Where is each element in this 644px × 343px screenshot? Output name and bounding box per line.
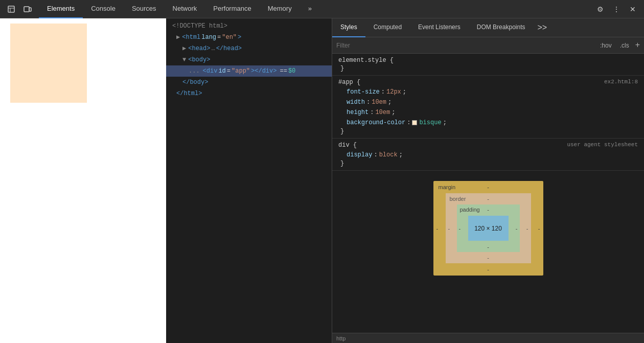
add-style-button[interactable]: + <box>635 41 640 50</box>
svg-rect-0 <box>8 6 14 12</box>
tab-dom-breakpoints[interactable]: DOM Breakpoints <box>469 18 534 37</box>
tab-performance[interactable]: Performance <box>205 0 259 18</box>
cls-button[interactable]: .cls <box>618 41 631 50</box>
filter-bar: :hov .cls + <box>332 37 644 54</box>
border-right-dash: - <box>526 225 528 232</box>
devtools-main: <!DOCTYPE html> ▶ <html lang="en" > ▶ <h… <box>0 18 644 343</box>
head-arrow[interactable]: ▶ <box>182 44 186 53</box>
css-prop-height: height: 10em; <box>338 107 638 118</box>
css-selector-element: element.style { <box>338 57 638 64</box>
box-model: margin - - - - border - - - - <box>433 181 543 276</box>
svg-rect-3 <box>24 7 29 12</box>
hov-button[interactable]: :hov <box>598 41 614 50</box>
styles-more-icon[interactable]: >> <box>533 23 551 32</box>
styles-content: element.style { } #app { ex2.html:8 font… <box>332 54 644 333</box>
filter-actions: :hov .cls + <box>598 41 640 50</box>
tab-event-listeners[interactable]: Event Listeners <box>410 18 469 37</box>
color-swatch-bisque[interactable] <box>412 120 417 125</box>
settings-icon[interactable]: ⚙ <box>593 2 607 16</box>
tab-memory[interactable]: Memory <box>260 0 300 18</box>
margin-left-dash: - <box>436 225 439 232</box>
tab-sources[interactable]: Sources <box>124 0 165 18</box>
doctype-text: <!DOCTYPE html> <box>172 21 227 31</box>
border-top-dash: - <box>487 196 489 202</box>
margin-label: margin <box>439 184 456 190</box>
margin-right-dash: - <box>538 225 540 232</box>
border-label: border <box>450 196 466 202</box>
tab-network[interactable]: Network <box>165 0 205 18</box>
padding-right-dash: - <box>516 225 518 232</box>
dom-head[interactable]: ▶ <head>…</head> <box>166 43 332 54</box>
content-size-label: 120 × 120 <box>474 225 502 232</box>
styles-tabbar: Styles Computed Event Listeners DOM Brea… <box>332 18 644 37</box>
css-rule-div: div { user agent stylesheet display: blo… <box>332 139 644 171</box>
css-prop-width: width: 10em; <box>338 97 638 107</box>
css-prop-font-size: font-size: 12px; <box>338 87 638 97</box>
margin-top-dash: - <box>487 184 489 190</box>
css-rule-app: #app { ex2.html:8 font-size: 12px; width… <box>332 76 644 139</box>
bisque-element <box>10 24 87 103</box>
tab-console[interactable]: Console <box>83 0 124 18</box>
filter-input[interactable] <box>336 42 598 49</box>
dom-doctype: <!DOCTYPE html> <box>166 20 332 32</box>
devtools-topbar: Elements Console Sources Network Perform… <box>0 0 644 18</box>
body-arrow[interactable]: ▼ <box>182 55 186 64</box>
css-source-app: ex2.html:8 <box>604 79 638 86</box>
toolbar-left <box>0 2 39 16</box>
css-selector-div: div { user agent stylesheet <box>338 142 638 149</box>
padding-left-dash: - <box>459 225 461 232</box>
tab-computed[interactable]: Computed <box>365 18 410 37</box>
status-text: http <box>336 335 346 341</box>
css-source-div: user agent stylesheet <box>567 142 638 149</box>
padding-bottom-dash: - <box>487 244 489 250</box>
elements-panel: <!DOCTYPE html> ▶ <html lang="en" > ▶ <h… <box>166 18 332 343</box>
tab-styles[interactable]: Styles <box>332 18 365 37</box>
device-toggle-icon[interactable] <box>20 2 35 16</box>
html-arrow[interactable]: ▶ <box>176 33 180 42</box>
close-devtools-icon[interactable]: ✕ <box>626 2 640 16</box>
dom-html-close[interactable]: </html> <box>166 88 332 99</box>
padding-label: padding <box>460 207 480 213</box>
status-bar: http <box>332 333 644 343</box>
more-menu-icon[interactable]: ⋮ <box>609 2 624 16</box>
page-preview <box>0 18 166 343</box>
box-model-area: margin - - - - border - - - - <box>332 171 644 286</box>
padding-top-dash: - <box>487 207 489 213</box>
inspect-icon[interactable] <box>4 2 18 16</box>
tab-elements[interactable]: Elements <box>39 0 83 18</box>
dom-dots: ... <box>189 66 200 76</box>
tab-more[interactable]: » <box>300 0 320 18</box>
border-bottom-dash: - <box>487 255 489 261</box>
dom-html[interactable]: ▶ <html lang="en" > <box>166 32 332 43</box>
right-panel: Styles Computed Event Listeners DOM Brea… <box>332 18 644 343</box>
toolbar-right: ⚙ ⋮ ✕ <box>589 2 644 16</box>
main-tabs: Elements Console Sources Network Perform… <box>39 0 320 18</box>
svg-rect-4 <box>29 8 31 11</box>
dom-body-close[interactable]: </body> <box>166 77 332 88</box>
margin-bottom-dash: - <box>487 266 489 272</box>
dom-body-open[interactable]: ▼ <body> <box>166 54 332 65</box>
css-selector-app: #app { ex2.html:8 <box>338 79 638 86</box>
css-prop-background-color: background-color: bisque ; <box>338 118 638 128</box>
border-left-dash: - <box>448 225 450 232</box>
css-prop-display: display: block; <box>338 150 638 160</box>
css-rule-element-style: element.style { } <box>332 54 644 76</box>
box-model-content: 120 × 120 <box>468 216 509 241</box>
dom-div-app[interactable]: ... <div id="app" ></div> == $0 <box>166 65 332 77</box>
